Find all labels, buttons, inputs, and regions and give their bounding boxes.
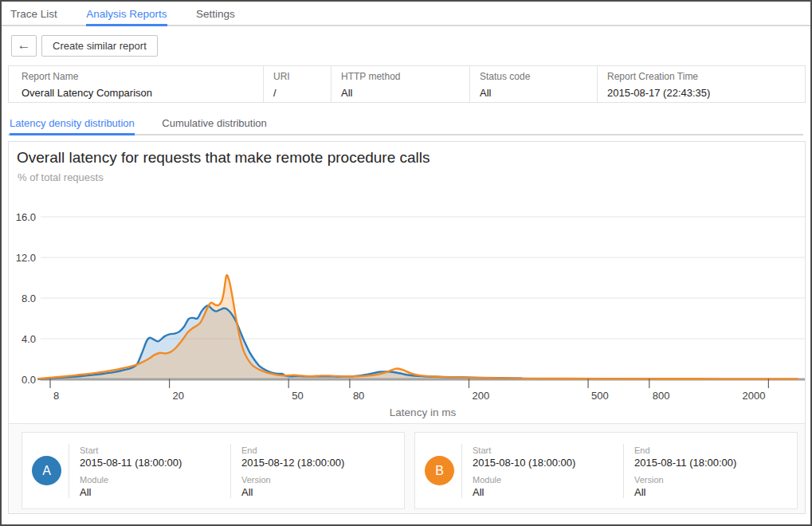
x-axis-tick-label: 8: [53, 390, 59, 402]
x-axis-tick-label: 80: [353, 390, 364, 402]
column-report-name: Report Name Overall Latency Comparison: [9, 66, 263, 102]
start-value: 2015-08-10 (18:00:00): [473, 457, 623, 469]
legend-b-column-1: Start 2015-08-10 (18:00:00) Module All: [461, 444, 623, 498]
chart-title: Overall latency for requests that make r…: [17, 149, 430, 167]
module-label: Module: [80, 475, 230, 485]
legend-card-a: A Start 2015-08-11 (18:00:00) Module All…: [22, 432, 405, 509]
y-axis-tick-label: 16.0: [16, 211, 36, 223]
tab-trace-list[interactable]: Trace List: [10, 2, 57, 25]
latency-density-chart: 0.04.08.012.016.082050802005008002000Lat…: [9, 191, 805, 423]
version-value: All: [241, 486, 404, 498]
x-axis-tick-label: 2000: [742, 390, 765, 402]
end-value: 2015-08-12 (18:00:00): [241, 457, 404, 469]
start-label: Start: [473, 446, 623, 455]
series-b-badge: B: [425, 456, 454, 485]
end-value: 2015-08-11 (18:00:00): [634, 457, 797, 469]
column-header: Report Name: [22, 71, 263, 82]
creation-time-value: 2015-08-17 (22:43:35): [607, 87, 805, 99]
end-label: End: [241, 446, 404, 455]
start-value: 2015-08-11 (18:00:00): [80, 457, 230, 469]
column-http-method: HTTP method All: [331, 66, 469, 102]
back-button[interactable]: ←: [11, 35, 37, 57]
version-label: Version: [241, 475, 404, 485]
column-header: Report Creation Time: [607, 71, 805, 82]
back-arrow-icon: ←: [18, 38, 31, 52]
main-tab-bar: Trace List Analysis Reports Settings: [2, 2, 810, 26]
comparison-legend: A Start 2015-08-11 (18:00:00) Module All…: [9, 424, 805, 513]
legend-card-b: B Start 2015-08-10 (18:00:00) Module All…: [414, 432, 798, 509]
tab-latency-density-distribution[interactable]: Latency density distribution: [10, 113, 135, 134]
end-label: End: [634, 446, 797, 455]
x-axis-tick-label: 200: [472, 390, 489, 402]
tab-cumulative-distribution[interactable]: Cumulative distribution: [162, 113, 267, 134]
http-method-value: All: [341, 87, 469, 99]
status-code-value: All: [480, 87, 597, 99]
module-value: All: [473, 486, 623, 498]
distribution-tab-bar: Latency density distribution Cumulative …: [8, 113, 803, 135]
x-axis-tick-label: 500: [591, 390, 609, 402]
create-similar-report-button[interactable]: Create similar report: [41, 35, 158, 57]
report-name-value: Overall Latency Comparison: [22, 87, 263, 99]
uri-value: /: [273, 87, 331, 99]
x-axis-tick-label: 20: [173, 390, 184, 402]
legend-a-column-2: End 2015-08-12 (18:00:00) Version All: [230, 444, 404, 498]
version-value: All: [634, 486, 797, 498]
y-axis-tick-label: 4.0: [22, 333, 36, 345]
app-window: Trace List Analysis Reports Settings ← C…: [0, 0, 812, 526]
column-header: Status code: [480, 71, 597, 82]
legend-a-column-1: Start 2015-08-11 (18:00:00) Module All: [69, 444, 230, 498]
series-a-badge: A: [32, 456, 61, 485]
tab-analysis-reports[interactable]: Analysis Reports: [86, 2, 167, 25]
report-summary-table: Report Name Overall Latency Comparison U…: [8, 65, 806, 103]
x-axis-title: Latency in ms: [390, 406, 457, 418]
legend-b-column-2: End 2015-08-11 (18:00:00) Version All: [623, 444, 797, 498]
y-axis-tick-label: 8.0: [22, 292, 36, 304]
start-label: Start: [80, 446, 230, 455]
x-axis-tick-label: 50: [292, 390, 303, 402]
module-label: Module: [473, 475, 623, 485]
module-value: All: [80, 486, 230, 498]
chart-subtitle: % of total requests: [18, 171, 104, 183]
y-axis-tick-label: 0.0: [22, 374, 36, 386]
series-B-area: [38, 275, 798, 379]
column-status-code: Status code All: [469, 66, 597, 102]
column-report-creation-time: Report Creation Time 2015-08-17 (22:43:3…: [597, 66, 805, 102]
version-label: Version: [634, 475, 797, 485]
series-A-area: [38, 305, 522, 379]
column-header: URI: [273, 71, 331, 82]
x-axis-tick-label: 800: [653, 390, 670, 402]
tab-settings[interactable]: Settings: [196, 2, 235, 25]
series-A-line: [38, 305, 522, 379]
column-uri: URI /: [263, 66, 331, 102]
latency-chart-card: Overall latency for requests that make r…: [8, 141, 806, 514]
y-axis-tick-label: 12.0: [16, 252, 36, 264]
column-header: HTTP method: [341, 71, 469, 82]
